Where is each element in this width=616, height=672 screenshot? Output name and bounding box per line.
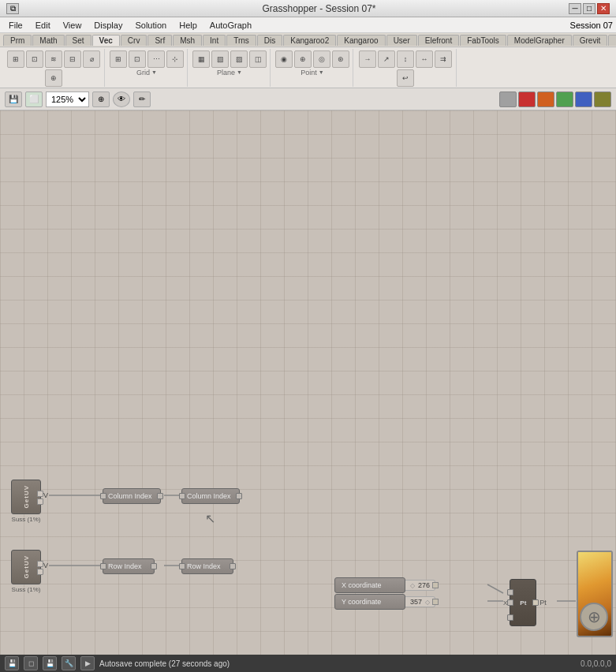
zoom-select[interactable]: 50% 75% 100% 125% 150% 200% [46,91,89,107]
tool-vec-4[interactable]: ↔ [416,50,433,68]
tab-grevit[interactable]: Grevit [573,35,608,46]
tool-point-4[interactable]: ⊛ [332,50,349,68]
maximize-button[interactable]: □ [583,3,595,14]
getuv-top-component[interactable]: GetUV Suss (1%) [11,480,41,523]
tab-modelgrapher[interactable]: ModelGrapher [507,35,572,46]
tab-kangaroo[interactable]: Kangaroo [337,35,385,46]
tool-point-1[interactable]: ◉ [275,50,293,68]
getuv-bottom-box[interactable]: GetUV [11,550,41,584]
tool-grid-3[interactable]: ⋯ [147,50,165,68]
tool-field-4[interactable]: ⊟ [64,50,81,68]
y-coord-label: Y coordinate [342,598,381,606]
x-coord-value-area: ◇ 276 [405,580,435,591]
tab-int[interactable]: Int [203,35,226,46]
y-coord-node[interactable]: Y coordinate [334,594,405,610]
tab-fabtools[interactable]: FabTools [460,35,506,46]
status-btn-3[interactable]: 💾 [43,656,57,670]
minimize-button[interactable]: ─ [569,3,581,14]
point-arrow-icon[interactable]: ▼ [319,69,324,75]
menu-help[interactable]: Help [174,19,203,32]
tool-grid-2[interactable]: ⊡ [129,50,146,68]
restore-button[interactable]: ⧉ [6,3,19,14]
menu-edit[interactable]: Edit [30,19,56,32]
tool-plane-1[interactable]: ▦ [192,50,210,68]
menu-display[interactable]: Display [88,19,128,32]
menu-autograph[interactable]: AutoGraph [204,19,257,32]
view-btn[interactable]: 👁 [113,91,130,107]
tab-srf[interactable]: Srf [147,35,172,46]
row-index-1-port-left [100,563,106,569]
tab-prm[interactable]: Prm [3,35,32,46]
close-button[interactable]: ✕ [597,3,610,14]
status-btn-1[interactable]: 💾 [5,656,19,670]
pt-node-group: X Pt Pt [503,579,547,626]
tool-point-2[interactable]: ⊕ [294,50,312,68]
tool-field-5[interactable]: ⌀ [83,50,100,68]
target-icon[interactable]: ⊕ [92,91,110,107]
tab-elefront[interactable]: Elefront [418,35,459,46]
getuv-top-box[interactable]: GetUV [11,480,41,514]
col-index-1-port-right [157,493,163,499]
column-index-1[interactable]: Column Index [103,488,161,504]
tool-field-6[interactable]: ⊕ [45,69,62,87]
grid-arrow-icon[interactable]: ▼ [151,69,157,75]
tool-point-3[interactable]: ◎ [313,50,330,68]
pen-btn[interactable]: ✏ [133,91,151,107]
plane-arrow-icon[interactable]: ▼ [237,69,242,75]
color-btn-orange[interactable] [537,91,554,107]
tab-trns[interactable]: Trns [226,35,256,46]
x-coord-node[interactable]: X coordinate [334,577,405,593]
pt-port-z [507,614,513,621]
tab-math[interactable]: Math [32,35,64,46]
y-coord-port-right [432,599,439,605]
tab-user[interactable]: User [386,35,417,46]
tool-plane-3[interactable]: ▨ [230,50,248,68]
col-index-2-port-right [236,493,242,499]
x-coord-label: X coordinate [342,581,382,589]
tool-plane-4[interactable]: ◫ [249,50,267,68]
tool-vec-6[interactable]: ↩ [397,69,414,87]
tab-set[interactable]: Set [65,35,91,46]
tool-plane-2[interactable]: ▧ [211,50,229,68]
color-btn-red[interactable] [518,91,536,107]
color-btn-gray[interactable] [499,91,517,107]
main-canvas[interactable]: GetUV Suss (1%) V Column Index Column In… [0,110,616,655]
tool-vec-1[interactable]: → [359,50,376,68]
tool-vec-2[interactable]: ↗ [378,50,395,68]
tab-crv[interactable]: Crv [121,35,147,46]
tab-category[interactable]: Category [608,35,616,46]
tool-vec-3[interactable]: ↕ [397,50,414,68]
getuv-top-port-v [37,491,43,497]
tab-dis[interactable]: Dis [257,35,282,46]
canvas-btn-2[interactable]: ⬜ [25,91,43,107]
color-btn-green[interactable] [556,91,573,107]
tool-grid-1[interactable]: ⊞ [110,50,127,68]
tool-vec-5[interactable]: ⇉ [435,50,452,68]
column-index-2[interactable]: Column Index [181,488,240,504]
tab-kangaroo2[interactable]: Kangaroo2 [283,35,336,46]
menu-solution[interactable]: Solution [129,19,172,32]
tool-field-1[interactable]: ⊞ [7,50,24,68]
status-btn-2[interactable]: ◻ [24,656,38,670]
y-coord-container: Y coordinate 357 ◇ [334,594,435,610]
col-index-1-label: Column Index [108,492,152,500]
tool-grid-4[interactable]: ⊹ [166,50,184,68]
toolbar-group-grid-label: Grid [136,69,150,77]
row-index-1[interactable]: Row Index [103,558,155,574]
status-btn-4[interactable]: 🔧 [62,656,76,670]
tool-field-3[interactable]: ≋ [45,50,62,68]
tab-msh[interactable]: Msh [173,35,202,46]
color-btn-olive[interactable] [594,91,611,107]
save-button[interactable]: 💾 [5,91,22,107]
color-btn-blue[interactable] [575,91,592,107]
menu-view[interactable]: View [58,19,88,32]
pt-node[interactable]: Pt [510,579,536,626]
status-btn-5[interactable]: ▶ [80,656,95,670]
menu-file[interactable]: File [3,19,28,32]
tab-vec[interactable]: Vec [92,35,120,46]
row-index-2-port-right [230,563,236,569]
row-index-2[interactable]: Row Index [181,558,233,574]
tool-field-2[interactable]: ⊡ [26,50,43,68]
row-index-1-port-right [151,563,157,569]
getuv-bottom-component[interactable]: GetUV Suss (1%) [11,550,41,593]
